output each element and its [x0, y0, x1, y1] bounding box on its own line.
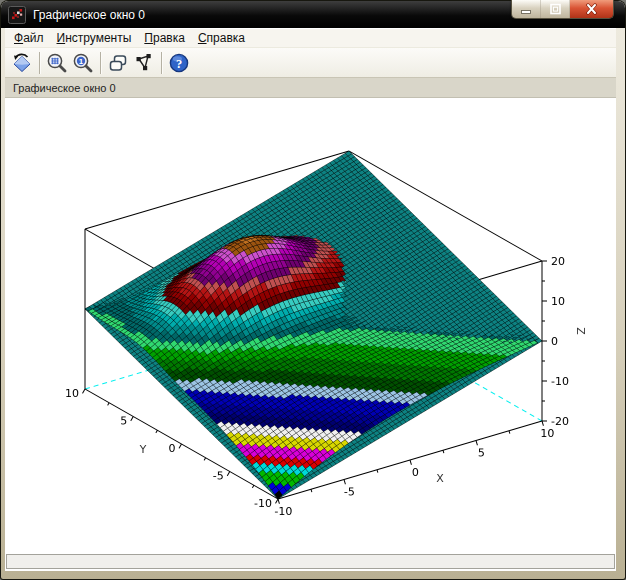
menu-tools[interactable]: Инструменты	[51, 30, 138, 46]
window: Графическое окно 0 Файл Инструменты Прав…	[0, 0, 626, 580]
zoom-reset-button[interactable]: 1	[70, 50, 96, 76]
toolbar-separator	[100, 52, 101, 74]
minimize-icon	[520, 3, 532, 15]
help-button[interactable]: ?	[166, 50, 192, 76]
window-controls	[511, 0, 614, 19]
status-bar	[6, 554, 615, 569]
scilab-app-icon	[8, 6, 26, 24]
window-title: Графическое окно 0	[33, 8, 145, 22]
figure-info-text: Графическое окно 0	[13, 82, 116, 94]
menu-file[interactable]: Файл	[8, 30, 50, 46]
menu-bar: Файл Инструменты Правка Справка	[5, 29, 616, 48]
close-button[interactable]	[570, 0, 613, 18]
rotate-button[interactable]	[9, 50, 35, 76]
minimize-button[interactable]	[512, 0, 541, 18]
maximize-button[interactable]	[541, 0, 570, 18]
window-content: Файл Инструменты Правка Справка	[5, 28, 616, 571]
zoom-area-button[interactable]	[44, 50, 70, 76]
zoom-one-icon: 1	[72, 52, 94, 74]
menu-help[interactable]: Справка	[192, 30, 251, 46]
svg-text:?: ?	[176, 56, 182, 70]
copy-figure-icon	[107, 52, 129, 74]
figure-info-bar: Графическое окно 0	[5, 78, 616, 98]
zoom-area-icon	[46, 52, 68, 74]
graph-editor-button[interactable]	[131, 50, 157, 76]
help-icon: ?	[168, 52, 190, 74]
plot-canvas-3d-surfaces[interactable]	[5, 98, 616, 554]
plot-area	[5, 98, 616, 554]
copy-figure-button[interactable]	[105, 50, 131, 76]
rotate-3d-icon	[11, 52, 33, 74]
maximize-icon	[549, 3, 562, 15]
toolbar-separator	[161, 52, 162, 74]
svg-text:1: 1	[79, 57, 84, 66]
menu-edit[interactable]: Правка	[138, 30, 191, 46]
toolbar: 1	[5, 48, 616, 78]
close-icon	[585, 3, 598, 15]
toolbar-separator	[39, 52, 40, 74]
graph-editor-icon	[133, 52, 155, 74]
